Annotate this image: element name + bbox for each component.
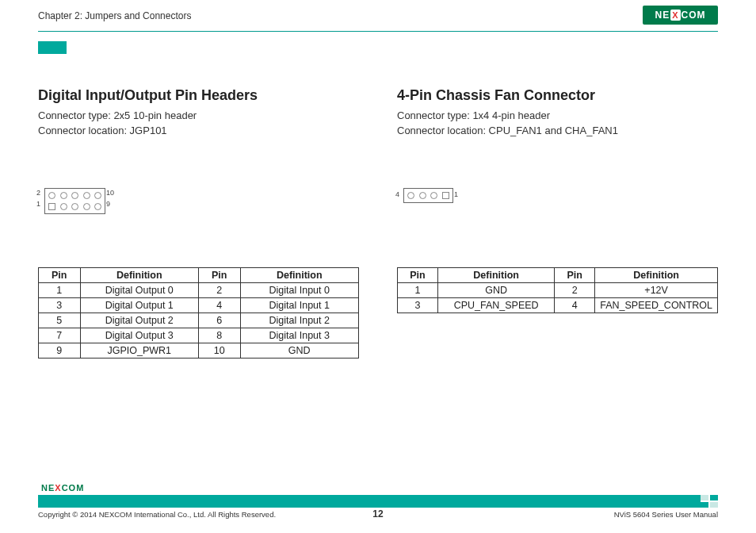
section-title-dio: Digital Input/Output Pin Headers [38, 87, 359, 104]
th-def: Definition [80, 267, 198, 282]
dio-diagram: 2 1 10 9 [38, 169, 359, 264]
pin-label-1r: 1 [454, 190, 458, 198]
table-header-row: Pin Definition Pin Definition [39, 267, 359, 282]
page-number: 12 [372, 508, 383, 520]
pin-label-1: 1 [36, 200, 40, 208]
table-row: 5Digital Output 26Digital Input 2 [39, 313, 359, 328]
pin-label-4: 4 [395, 190, 399, 198]
fan-diagram: 4 1 [397, 169, 718, 264]
table-row: 9JGPIO_PWR110GND [39, 343, 359, 358]
header-box-4pin [403, 188, 453, 203]
th-def2: Definition [595, 267, 718, 282]
connector-location-fan: Connector location: CPU_FAN1 and CHA_FAN… [397, 124, 718, 139]
footer-bar: NEXCOM [38, 495, 718, 508]
chapter-title: Chapter 2: Jumpers and Connectors [38, 0, 718, 21]
footer-row: Copyright © 2014 NEXCOM International Co… [38, 508, 718, 519]
th-pin2: Pin [198, 267, 240, 282]
connector-location-dio: Connector location: JGP101 [38, 124, 359, 139]
footer-corner-squares [701, 495, 718, 508]
nexcom-logo: NEXCOM [643, 6, 718, 25]
pin-label-10: 10 [106, 189, 114, 197]
logo-x: X [670, 10, 680, 21]
th-pin2: Pin [555, 267, 595, 282]
copyright-text: Copyright © 2014 NEXCOM International Co… [38, 510, 276, 519]
teal-tab [38, 41, 67, 54]
logo-post: COM [682, 10, 706, 21]
content: Digital Input/Output Pin Headers Connect… [0, 32, 756, 359]
fan-tbody: 1GND2+12V 3CPU_FAN_SPEED4FAN_SPEED_CONTR… [398, 282, 718, 313]
footer-nexcom-logo: NEXCOM [41, 481, 94, 494]
connector-type-fan: Connector type: 1x4 4-pin header [397, 109, 718, 124]
th-def: Definition [438, 267, 555, 282]
section-title-fan: 4-Pin Chassis Fan Connector [397, 87, 718, 104]
th-pin: Pin [398, 267, 438, 282]
th-def2: Definition [240, 267, 359, 282]
table-row: 1GND2+12V [398, 282, 718, 297]
table-row: 7Digital Output 38Digital Input 3 [39, 328, 359, 343]
table-row: 3Digital Output 14Digital Input 1 [39, 297, 359, 313]
page-header: Chapter 2: Jumpers and Connectors NEXCOM [38, 0, 718, 32]
table-row: 3CPU_FAN_SPEED4FAN_SPEED_CONTROL [398, 297, 718, 313]
page-footer: NEXCOM Copyright © 2014 NEXCOM Internati… [38, 495, 718, 519]
left-column: Digital Input/Output Pin Headers Connect… [38, 87, 359, 359]
manual-title: NViS 5604 Series User Manual [614, 510, 718, 519]
table-header-row: Pin Definition Pin Definition [398, 267, 718, 282]
table-row: 1Digital Output 02Digital Input 0 [39, 282, 359, 297]
pin-label-9: 9 [106, 200, 110, 208]
pin-label-2: 2 [36, 189, 40, 197]
fan-pin-table: Pin Definition Pin Definition 1GND2+12V … [397, 267, 718, 313]
th-pin: Pin [39, 267, 81, 282]
dio-tbody: 1Digital Output 02Digital Input 0 3Digit… [39, 282, 359, 358]
logo-pre: NE [655, 10, 670, 21]
connector-type-dio: Connector type: 2x5 10-pin header [38, 109, 359, 124]
header-box-10pin [44, 188, 105, 215]
right-column: 4-Pin Chassis Fan Connector Connector ty… [397, 87, 718, 359]
dio-pin-table: Pin Definition Pin Definition 1Digital O… [38, 267, 359, 359]
